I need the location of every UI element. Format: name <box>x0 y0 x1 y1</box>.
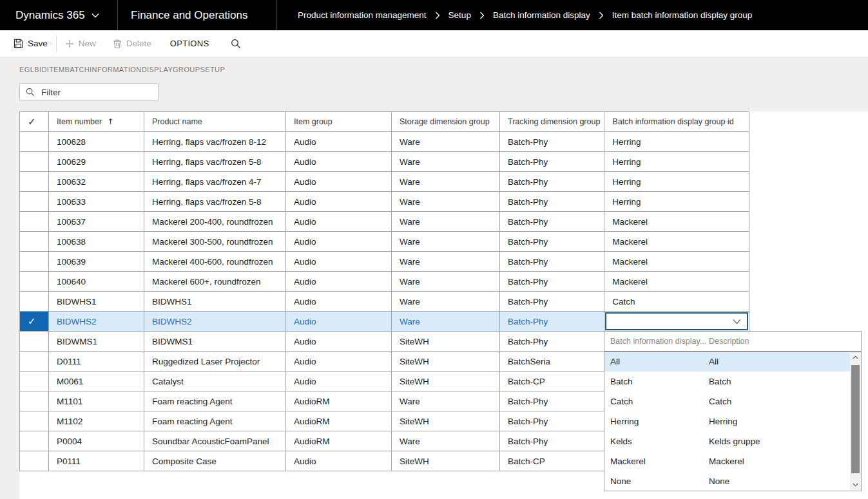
cell-storage-dimension-group[interactable]: Ware <box>392 172 500 192</box>
cell-storage-dimension-group[interactable]: Ware <box>392 132 500 152</box>
table-row[interactable]: 100638 Mackerel 300-500, roundfrozen Aud… <box>20 232 749 252</box>
cell-item-number[interactable]: BIDWMS1 <box>49 332 144 352</box>
cell-item-number[interactable]: M0061 <box>49 372 144 391</box>
cell-item-group[interactable]: Audio <box>286 152 392 172</box>
row-select-cell[interactable] <box>20 252 49 272</box>
row-select-cell[interactable]: ✓ <box>20 312 49 332</box>
cell-product-name[interactable]: Herring, flaps vac/frozen 8-12 <box>144 132 286 152</box>
cell-tracking-dimension-group[interactable]: Batch-Phy <box>500 391 604 411</box>
column-header-item-number[interactable]: Item number↑ <box>49 112 144 132</box>
cell-item-number[interactable]: 100640 <box>49 272 144 292</box>
cell-tracking-dimension-group[interactable]: Batch-CP <box>500 372 604 391</box>
cell-item-group[interactable]: Audio <box>286 252 392 272</box>
cell-item-number[interactable]: 100639 <box>49 252 144 272</box>
cell-item-group[interactable]: Audio <box>286 372 392 391</box>
table-row[interactable]: 100633 Herring, flaps vac/frozen 5-8 Aud… <box>20 192 749 212</box>
cell-tracking-dimension-group[interactable]: Batch-Phy <box>500 192 604 212</box>
cell-batch-group[interactable]: Mackerel <box>604 252 749 272</box>
cell-item-group[interactable]: Audio <box>286 292 392 312</box>
row-select-cell[interactable] <box>20 352 49 372</box>
cell-storage-dimension-group[interactable]: Ware <box>392 272 500 292</box>
cell-storage-dimension-group[interactable]: SiteWH <box>392 332 500 352</box>
column-header-batch-information-display-group-id[interactable]: Batch information display group id <box>604 112 749 132</box>
table-row[interactable]: ✓ BIDWHS2 BIDWHS2 Audio Ware Batch-Phy <box>20 312 749 332</box>
cell-tracking-dimension-group[interactable]: Batch-Phy <box>500 411 604 431</box>
options-menu-button[interactable]: OPTIONS <box>160 30 220 57</box>
table-row[interactable]: 100629 Herring, flaps vac/frozen 5-8 Aud… <box>20 152 749 172</box>
cell-storage-dimension-group[interactable]: Ware <box>392 252 500 272</box>
breadcrumb-item[interactable]: Batch information display <box>493 10 590 20</box>
cell-batch-group[interactable]: Mackerel <box>604 212 749 232</box>
row-select-cell[interactable] <box>20 152 49 172</box>
cell-batch-group[interactable]: Herring <box>604 152 749 172</box>
dropdown-option-mackerel[interactable]: MackerelMackerel <box>604 451 861 471</box>
cell-item-number[interactable]: 100628 <box>49 132 144 152</box>
cell-item-group[interactable]: Audio <box>286 312 392 332</box>
cell-item-group[interactable]: Audio <box>286 451 392 471</box>
row-select-cell[interactable] <box>20 411 49 431</box>
cell-item-group[interactable]: Audio <box>286 172 392 192</box>
cell-product-name[interactable]: BIDWHS1 <box>144 292 286 312</box>
cell-storage-dimension-group[interactable]: Ware <box>392 152 500 172</box>
toolbar-search-button[interactable] <box>219 30 253 57</box>
cell-tracking-dimension-group[interactable]: Batch-CP <box>500 451 604 471</box>
cell-item-number[interactable]: D0111 <box>49 352 144 372</box>
cell-item-number[interactable]: P0004 <box>49 431 144 451</box>
delete-button[interactable]: Delete <box>104 30 160 57</box>
table-row[interactable]: 100639 Mackerel 400-600, roundfrozen Aud… <box>20 252 749 272</box>
row-select-cell[interactable] <box>20 212 49 232</box>
new-button[interactable]: New <box>57 30 104 57</box>
cell-item-number[interactable]: 100637 <box>49 212 144 232</box>
row-select-cell[interactable] <box>20 192 49 212</box>
cell-tracking-dimension-group[interactable]: Batch-Phy <box>500 152 604 172</box>
cell-item-group[interactable]: AudioRM <box>286 391 392 411</box>
cell-item-group[interactable]: AudioRM <box>286 431 392 451</box>
cell-item-number[interactable]: 100629 <box>49 152 144 172</box>
cell-item-number[interactable]: 100638 <box>49 232 144 252</box>
cell-storage-dimension-group[interactable]: Ware <box>392 212 500 232</box>
cell-storage-dimension-group[interactable]: Ware <box>392 192 500 212</box>
cell-storage-dimension-group[interactable]: Ware <box>392 292 500 312</box>
cell-product-name[interactable]: Soundbar AcousticFoamPanel <box>144 431 286 451</box>
cell-tracking-dimension-group[interactable]: Batch-Phy <box>500 312 604 332</box>
cell-item-group[interactable]: Audio <box>286 132 392 152</box>
row-select-cell[interactable] <box>20 272 49 292</box>
cell-tracking-dimension-group[interactable]: Batch-Phy <box>500 252 604 272</box>
breadcrumb-item[interactable]: Product information management <box>298 10 427 20</box>
dropdown-option-kelds[interactable]: KeldsKelds gruppe <box>604 431 861 451</box>
cell-batch-group[interactable]: Herring <box>604 192 749 212</box>
dropdown-option-batch[interactable]: BatchBatch <box>604 372 861 391</box>
select-all-header[interactable]: ✓ <box>20 112 49 132</box>
cell-storage-dimension-group[interactable]: Ware <box>392 431 500 451</box>
cell-tracking-dimension-group[interactable]: Batch-Phy <box>500 212 604 232</box>
cell-product-name[interactable]: Mackerel 400-600, roundfrozen <box>144 252 286 272</box>
cell-batch-group[interactable]: Catch <box>604 292 749 312</box>
table-row[interactable]: 100640 Mackerel 600+, roundfrozen Audio … <box>20 272 749 292</box>
cell-product-name[interactable]: Foam reacting Agent <box>144 391 286 411</box>
cell-item-group[interactable]: Audio <box>286 232 392 252</box>
row-select-cell[interactable] <box>20 431 49 451</box>
cell-tracking-dimension-group[interactable]: Batch-Phy <box>500 172 604 192</box>
cell-tracking-dimension-group[interactable]: Batch-Phy <box>500 292 604 312</box>
dynamics-365-menu[interactable]: Dynamics 365 <box>0 0 118 30</box>
cell-product-name[interactable]: BIDWMS1 <box>144 332 286 352</box>
cell-storage-dimension-group[interactable]: SiteWH <box>392 372 500 391</box>
breadcrumb-item[interactable]: Item batch information display group <box>612 10 753 20</box>
cell-item-group[interactable]: Audio <box>286 332 392 352</box>
cell-batch-group[interactable]: Mackerel <box>604 232 749 252</box>
breadcrumb-item[interactable]: Setup <box>448 10 471 20</box>
cell-item-number[interactable]: BIDWHS2 <box>49 312 144 332</box>
column-header-storage-dimension-group[interactable]: Storage dimension group <box>392 112 500 132</box>
cell-storage-dimension-group[interactable]: SiteWH <box>392 411 500 431</box>
cell-item-number[interactable]: BIDWHS1 <box>49 292 144 312</box>
table-row[interactable]: 100637 Mackerel 200-400, roundfrozen Aud… <box>20 212 749 232</box>
table-row[interactable]: 100632 Herring, flaps vac/frozen 4-7 Aud… <box>20 172 749 192</box>
cell-product-name[interactable]: Mackerel 200-400, roundfrozen <box>144 212 286 232</box>
column-header-product-name[interactable]: Product name <box>144 112 286 132</box>
cell-item-group[interactable]: Audio <box>286 352 392 372</box>
cell-storage-dimension-group[interactable]: Ware <box>392 391 500 411</box>
row-select-cell[interactable] <box>20 232 49 252</box>
row-select-cell[interactable] <box>20 292 49 312</box>
cell-storage-dimension-group[interactable]: SiteWH <box>392 451 500 471</box>
cell-item-number[interactable]: P0111 <box>49 451 144 471</box>
